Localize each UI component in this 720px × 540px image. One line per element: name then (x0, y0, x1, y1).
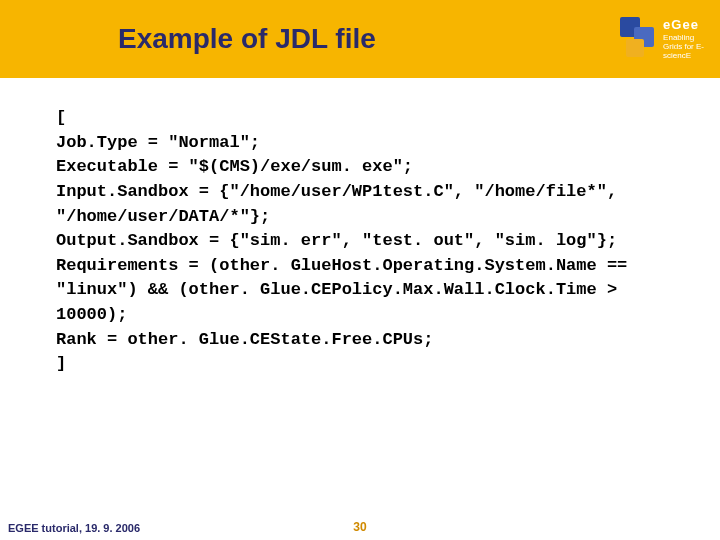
footer-left-text: EGEE tutorial, 19. 9. 2006 (8, 522, 140, 534)
slide-title: Example of JDL file (118, 23, 376, 55)
code-line: ] (56, 352, 664, 377)
egee-logo: eGee Enabling Grids for E-sciencE (620, 4, 710, 74)
code-block: [ Job.Type = "Normal"; Executable = "$(C… (0, 78, 720, 377)
code-line: Output.Sandbox = {"sim. err", "test. out… (56, 229, 664, 254)
code-line: Input.Sandbox = {"/home/user/WP1test.C",… (56, 180, 664, 229)
code-line: Job.Type = "Normal"; (56, 131, 664, 156)
slide-number: 30 (353, 520, 366, 534)
code-line: Rank = other. Glue.CEState.Free.CPUs; (56, 328, 664, 353)
logo-text: eGee Enabling Grids for E-sciencE (663, 18, 710, 61)
code-line: Executable = "$(CMS)/exe/sum. exe"; (56, 155, 664, 180)
logo-icon (620, 17, 659, 61)
code-line: Requirements = (other. GlueHost.Operatin… (56, 254, 664, 328)
logo-brand: eGee (663, 18, 710, 32)
code-line: [ (56, 106, 664, 131)
slide-header: Example of JDL file eGee Enabling Grids … (0, 0, 720, 78)
logo-tagline: Enabling Grids for E-sciencE (663, 34, 710, 60)
